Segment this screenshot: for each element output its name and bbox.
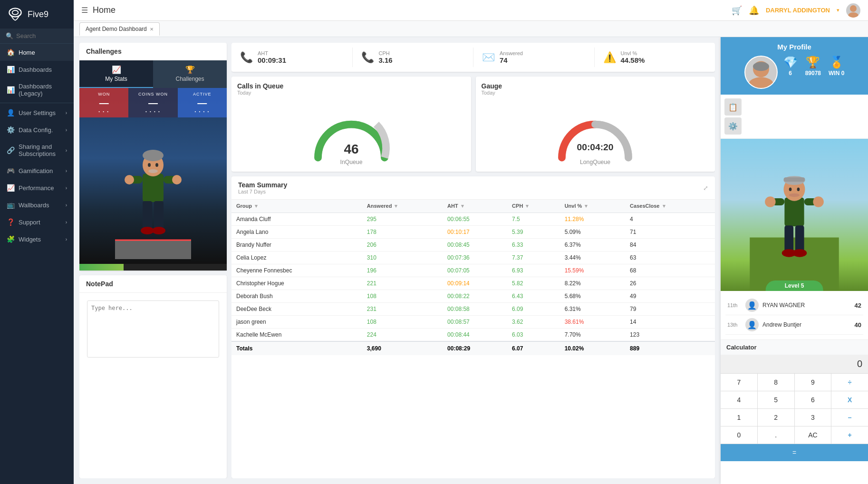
sidebar-item-user-settings[interactable]: 👤 User Settings › (0, 104, 74, 121)
coins-value: — (131, 97, 174, 108)
profile-panel: My Profile 💎 6 🏆 89078 (721, 37, 868, 484)
notepad-widget: NotePad (79, 275, 227, 478)
widgets-icon: 🧩 (7, 235, 14, 243)
cell-aht-2: 00:08:45 (443, 239, 507, 252)
calc-btn-8[interactable]: 8 (758, 374, 794, 391)
svg-point-19 (152, 227, 165, 234)
calc-btn-1[interactable]: 1 (721, 409, 757, 426)
calc-btn-ac[interactable]: AC (795, 426, 831, 444)
sidebar-item-gamification[interactable]: 🎮 Gamification › (0, 162, 74, 179)
svg-point-34 (789, 194, 800, 197)
sidebar-item-widgets[interactable]: 🧩 Widgets › (0, 231, 74, 248)
notepad-input[interactable] (87, 300, 219, 358)
calc-btn-7[interactable]: 7 (721, 374, 757, 391)
sidebar-label-wallboards: Wallboards (19, 202, 61, 209)
cell-unvl-6: 5.68% (560, 290, 625, 303)
diamond-icon: 💎 (783, 56, 798, 69)
active-stat: ACTIVE — • • • • (178, 88, 227, 117)
user-name[interactable]: DARRYL ADDINGTON (766, 7, 830, 14)
calc-btn-6[interactable]: 6 (795, 391, 831, 408)
profile-tool-book[interactable]: 📋 (724, 98, 742, 116)
cell-cph-8: 3.62 (507, 316, 560, 329)
cell-group-7: DeeDee Beck (231, 303, 362, 316)
inqueue-gauge-svg: 46 InQueue (309, 99, 394, 166)
totals-unvl: 10.02% (560, 341, 625, 355)
calc-btn-plus[interactable]: + (831, 426, 868, 444)
table-row: Cheyenne Fonnesbec 196 00:07:05 6.93 15.… (231, 264, 715, 277)
sidebar-label-sharing: Sharing and Subscriptions (19, 143, 61, 157)
profile-tool-gear[interactable]: ⚙️ (724, 117, 742, 135)
hamburger-menu-icon[interactable]: ☰ (81, 6, 88, 15)
col-cph[interactable]: CPH ▾ (507, 200, 560, 213)
bell-icon[interactable]: 🔔 (749, 5, 759, 16)
cph-value: 3.16 (379, 56, 393, 64)
challenges-tab-challenges[interactable]: 🏆 Challenges (153, 60, 227, 88)
dashboard: Challenges 📈 My Stats 🏆 Challenges (74, 37, 721, 484)
col-unvl[interactable]: Unvl % ▾ (560, 200, 625, 213)
tab-close-button[interactable]: ✕ (150, 27, 154, 32)
sidebar-item-sharing[interactable]: 🔗 Sharing and Subscriptions › (0, 138, 74, 162)
progress-bar (79, 264, 124, 271)
cell-cases-3: 63 (625, 252, 715, 264)
calc-btn-9[interactable]: 9 (795, 374, 831, 391)
cell-cases-0: 4 (625, 213, 715, 226)
svg-point-26 (753, 62, 769, 71)
dashboards-legacy-icon: 📊 (7, 86, 14, 94)
team-expand-icon[interactable]: ⤢ (703, 184, 708, 192)
col-cases[interactable]: CasesClose ▾ (625, 200, 715, 213)
cell-group-4: Cheyenne Fonnesbec (231, 264, 362, 277)
cell-unvl-1: 5.09% (560, 226, 625, 239)
user-dropdown-icon[interactable]: ▾ (837, 7, 839, 13)
col-aht[interactable]: AHT ▾ (443, 200, 507, 213)
aht-icon: 📞 (240, 51, 253, 64)
svg-point-3 (848, 12, 858, 18)
tab-agent-demo[interactable]: Agent Demo Dashboard ✕ (79, 22, 160, 36)
sharing-icon: 🔗 (7, 146, 14, 154)
sidebar-label-home: Home (19, 49, 67, 56)
sidebar-item-wallboards[interactable]: 📺 Wallboards › (0, 196, 74, 213)
sidebar-item-support[interactable]: ❓ Support › (0, 213, 74, 231)
col-group[interactable]: Group ▾ (231, 200, 362, 213)
topbar: ☰ Home 🛒 🔔 DARRYL ADDINGTON ▾ (74, 0, 868, 21)
lb-name-11: RYAN WAGNER (762, 302, 851, 309)
svg-point-18 (141, 227, 154, 234)
calc-btn-0[interactable]: 0 (721, 426, 757, 444)
sidebar-item-home[interactable]: 🏠 Home (0, 44, 74, 61)
sidebar-item-performance[interactable]: 📈 Performance › (0, 179, 74, 196)
calc-btn-divide[interactable]: ÷ (831, 374, 868, 391)
sidebar-nav: 🏠 Home 📊 Dashboards 📊 Dashboards (Legacy… (0, 44, 74, 248)
lb-avatar-11: 👤 (745, 299, 759, 312)
cell-cases-5: 26 (625, 277, 715, 290)
calc-btn-5[interactable]: 5 (758, 391, 794, 408)
notepad-title: NotePad (79, 275, 227, 293)
search-input[interactable] (16, 32, 68, 39)
calc-btn-decimal[interactable]: . (758, 426, 794, 444)
table-row: Deborah Bush 108 00:08:22 6.43 5.68% 49 (231, 290, 715, 303)
profile-tools: 📋 ⚙️ (721, 95, 868, 139)
calc-btn-4[interactable]: 4 (721, 391, 757, 408)
sidebar-label-gamification: Gamification (19, 167, 61, 174)
challenges-tabs: 📈 My Stats 🏆 Challenges (79, 60, 227, 88)
calc-btn-2[interactable]: 2 (758, 409, 794, 426)
calc-btn-minus[interactable]: – (831, 409, 868, 426)
cell-answered-8: 108 (362, 316, 443, 329)
col-answered[interactable]: Answered ▾ (362, 200, 443, 213)
sidebar-item-data-config[interactable]: ⚙️ Data Config. › (0, 121, 74, 138)
sidebar-item-dashboards-legacy[interactable]: 📊 Dashboards (Legacy) (0, 78, 74, 102)
widgets-chevron: › (66, 237, 67, 242)
calc-btn-multiply[interactable]: X (831, 391, 868, 408)
cell-cph-1: 5.39 (507, 226, 560, 239)
cell-unvl-3: 3.44% (560, 252, 625, 264)
user-avatar[interactable] (846, 3, 860, 18)
calc-btn-3[interactable]: 3 (795, 409, 831, 426)
sidebar-search-container[interactable]: 🔍 (0, 29, 74, 44)
topbar-icons: 🛒 🔔 DARRYL ADDINGTON ▾ (732, 3, 860, 18)
table-row: Celia Lopez 310 00:07:36 7.37 3.44% 63 (231, 252, 715, 264)
sidebar-item-dashboards[interactable]: 📊 Dashboards (0, 61, 74, 78)
cart-icon[interactable]: 🛒 (732, 5, 742, 16)
lb-rank-13: 13th (727, 322, 742, 328)
gamification-chevron: › (66, 168, 67, 174)
calc-btn-equals[interactable]: = (721, 444, 868, 461)
support-icon: ❓ (7, 218, 14, 226)
challenges-tab-mystats[interactable]: 📈 My Stats (79, 60, 153, 88)
